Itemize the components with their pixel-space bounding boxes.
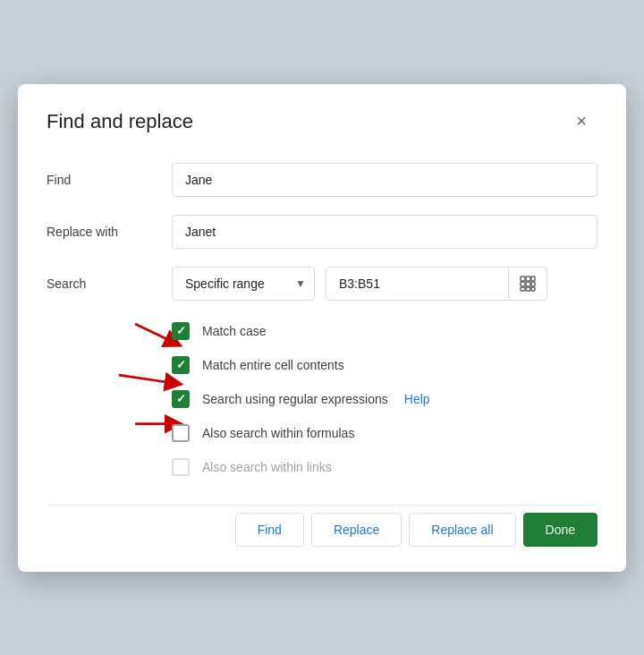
grid-icon: [520, 276, 536, 292]
svg-rect-11: [526, 287, 530, 291]
dialog-footer: Find Replace Replace all Done: [47, 505, 597, 547]
range-input-wrapper: [326, 267, 547, 301]
links-label: Also search within links: [202, 460, 332, 474]
dialog-title: Find and replace: [47, 110, 193, 133]
close-button[interactable]: ×: [565, 106, 597, 138]
svg-rect-10: [521, 287, 525, 291]
replace-button[interactable]: Replace: [311, 513, 402, 547]
links-wrapper: [172, 458, 190, 476]
dialog-header: Find and replace ×: [47, 106, 597, 138]
range-input[interactable]: [326, 268, 508, 300]
search-row: Search All sheets This sheet Specific ra…: [47, 267, 597, 301]
match-case-label[interactable]: Match case: [202, 324, 267, 338]
match-entire-wrapper: ✓: [172, 356, 190, 374]
done-button[interactable]: Done: [523, 513, 597, 547]
formulas-label[interactable]: Also search within formulas: [202, 426, 354, 440]
find-label: Find: [47, 173, 172, 187]
replace-with-row: Replace with: [47, 215, 597, 249]
regex-row: ✓ Search using regular expressions Help: [172, 390, 597, 408]
regex-wrapper: ✓: [172, 390, 190, 408]
search-dropdown-wrapper: All sheets This sheet Specific range ▼: [172, 267, 315, 301]
svg-rect-8: [526, 282, 530, 286]
links-row: Also search within links: [172, 458, 597, 476]
regex-label[interactable]: Search using regular expressions: [202, 392, 388, 406]
svg-rect-6: [531, 276, 535, 281]
svg-rect-4: [521, 276, 525, 281]
replace-with-input[interactable]: [172, 215, 597, 249]
match-entire-label[interactable]: Match entire cell contents: [202, 358, 344, 372]
grid-select-button[interactable]: [508, 268, 547, 299]
find-replace-dialog: Find and replace × Find Replace with Sea…: [18, 84, 626, 572]
find-input[interactable]: [172, 163, 597, 197]
search-label: Search: [47, 276, 172, 291]
formulas-wrapper: [172, 424, 190, 442]
search-dropdown[interactable]: All sheets This sheet Specific range: [172, 267, 315, 301]
svg-rect-5: [526, 276, 530, 281]
svg-rect-9: [531, 282, 535, 286]
match-case-row: ✓ Match case: [172, 322, 597, 340]
match-case-wrapper: ✓: [172, 322, 190, 340]
find-row: Find: [47, 163, 597, 197]
svg-rect-12: [531, 287, 535, 291]
checkboxes-section: ✓ Match case ✓ Match entire cell content…: [47, 322, 597, 476]
replace-with-label: Replace with: [47, 225, 172, 239]
help-link[interactable]: Help: [404, 392, 430, 406]
svg-rect-7: [521, 282, 525, 286]
replace-all-button[interactable]: Replace all: [409, 513, 515, 547]
formulas-row: Also search within formulas: [172, 424, 597, 442]
find-button[interactable]: Find: [235, 513, 304, 547]
match-entire-row: ✓ Match entire cell contents: [172, 356, 597, 374]
